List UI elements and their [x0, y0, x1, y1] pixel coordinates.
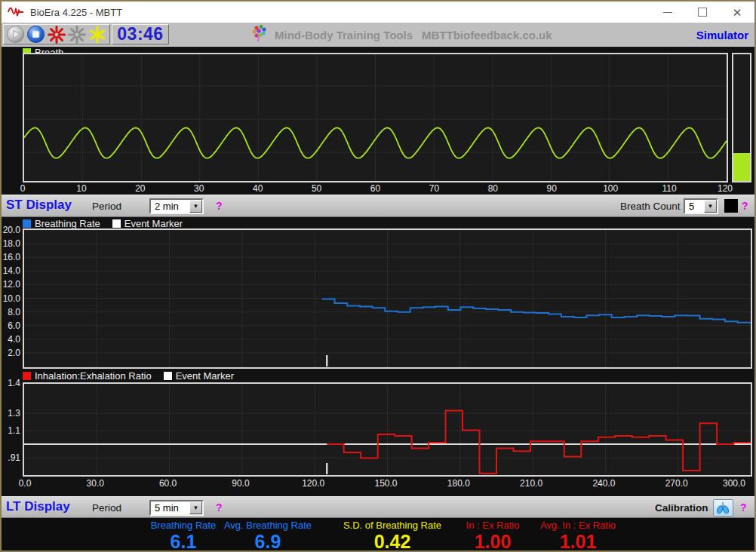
- tick-label: 120: [709, 183, 741, 194]
- stat-avg-in-ex-ratio: Avg. In : Ex Ratio1.01: [506, 520, 650, 552]
- lt-period-value: 5 min: [151, 501, 189, 514]
- tick-label: 80: [477, 183, 509, 194]
- tick-label: 1.3: [0, 408, 20, 419]
- play-icon: [6, 25, 25, 44]
- tick-label: 30.0: [79, 478, 111, 489]
- transport-button-group: [3, 24, 110, 44]
- tick-label: 18.0: [0, 238, 20, 249]
- bioera-logo-icon: [8, 5, 24, 19]
- tick-label: 4.0: [0, 334, 20, 345]
- lt-period-label: Period: [92, 502, 121, 514]
- event-marker-legend-label: Event Marker: [176, 370, 234, 382]
- breathing-rate-panel: Breathing Rate Event Marker 20.018.016.0…: [0, 217, 756, 370]
- breath-count-help[interactable]: ?: [742, 200, 748, 212]
- tick-label: 150.0: [370, 478, 402, 489]
- tick-label: 16.0: [0, 252, 20, 262]
- title-bar: BioEra 4.225 - MBTT ✕: [2, 2, 754, 23]
- breathing-rate-legend-label: Breathing Rate: [35, 218, 100, 229]
- stat-label: Avg. Breathing Rate: [196, 520, 340, 531]
- breathing-rate-legend: Breathing Rate Event Marker: [23, 218, 195, 228]
- st-period-help[interactable]: ?: [216, 200, 223, 212]
- tick-label: 240.0: [588, 478, 619, 489]
- st-period-label: Period: [92, 201, 121, 212]
- stat-value: 6.9: [196, 531, 340, 552]
- tick-label: 12.0: [0, 279, 20, 290]
- stat-label: Avg. In : Ex Ratio: [506, 520, 650, 531]
- tick-label: 70: [418, 183, 450, 194]
- lungs-icon: [716, 501, 731, 514]
- st-display-bar: ST Display Period 2 min ▼ ? Breath Count…: [0, 195, 756, 217]
- lt-period-help[interactable]: ?: [216, 501, 223, 514]
- play-button[interactable]: [5, 25, 26, 44]
- tick-label: 300.0: [718, 478, 750, 489]
- lt-period-select[interactable]: 5 min ▼: [149, 500, 204, 516]
- breathing-rate-legend-swatch: [23, 219, 31, 228]
- breathing-rate-plot: [23, 228, 752, 369]
- breath-count-label: Breath Count: [620, 201, 681, 212]
- tick-label: 30: [183, 183, 215, 194]
- breath-meter-fill: [733, 153, 750, 181]
- tick-label: 1.4: [0, 378, 20, 388]
- ie-ratio-legend-swatch: [23, 372, 31, 380]
- statistics-row: Breathing Rate6.1Avg. Breathing Rate6.9S…: [0, 518, 756, 552]
- tick-label: 10: [66, 183, 97, 194]
- calibration-button[interactable]: [713, 499, 733, 517]
- breath-waveform-plot: [23, 53, 728, 182]
- ie-ratio-legend: Inhalation:Exhalation Ratio Event Marker: [23, 370, 246, 381]
- marker-color-swatch[interactable]: [724, 199, 738, 213]
- ie-ratio-plot: [23, 382, 752, 477]
- stat-value: 1.01: [506, 531, 650, 552]
- maximize-button[interactable]: [685, 2, 720, 23]
- st-display-title: ST Display: [6, 198, 72, 213]
- asterisk-yellow-icon: [88, 26, 106, 44]
- tick-label: 120.0: [297, 478, 329, 489]
- stop-icon: [26, 25, 45, 44]
- maximize-icon: [698, 8, 707, 17]
- tick-label: 0.0: [9, 478, 41, 489]
- breath-count-select[interactable]: 5 ▼: [684, 198, 718, 214]
- brand-url: MBTTbiofeedback.co.uk: [422, 29, 552, 41]
- stat-avg-breathing-rate: Avg. Breathing Rate6.9: [196, 520, 340, 552]
- event-marker-button[interactable]: [87, 25, 107, 44]
- tick-label: 10.0: [0, 293, 20, 304]
- st-period-select[interactable]: 2 min ▼: [149, 198, 204, 214]
- event-marker-legend-swatch: [164, 372, 172, 380]
- tick-label: 60.0: [152, 478, 184, 489]
- close-button[interactable]: ✕: [720, 2, 754, 23]
- ie-ratio-panel: Inhalation:Exhalation Ratio Event Marker…: [0, 370, 756, 496]
- chevron-down-icon[interactable]: ▼: [189, 501, 202, 514]
- breath-level-meter: [732, 53, 751, 182]
- snowflake-red-icon: [48, 26, 66, 44]
- simulator-mode-label: Simulator: [696, 23, 748, 47]
- tick-label: 20: [124, 183, 156, 194]
- snowflake-gray-icon: [68, 26, 86, 44]
- tick-label: 50: [301, 183, 333, 194]
- session-timer: 03:46: [112, 24, 169, 44]
- calibration-help[interactable]: ?: [740, 501, 747, 514]
- tick-label: 40: [242, 183, 274, 194]
- brand-name: Mind-Body Training Tools: [275, 29, 413, 41]
- freeze-red-button[interactable]: [46, 25, 66, 44]
- tick-label: 60: [360, 183, 392, 194]
- timer-value: 03:46: [117, 24, 163, 44]
- tick-label: 100: [595, 183, 626, 194]
- tick-label: 90.0: [225, 478, 257, 489]
- tick-label: 2.0: [0, 348, 20, 358]
- stop-button[interactable]: [26, 25, 46, 44]
- tick-label: 90: [536, 183, 567, 194]
- event-marker-legend-label: Event Marker: [124, 218, 183, 229]
- freeze-gray-button[interactable]: [66, 25, 87, 44]
- event-marker-legend-swatch: [112, 219, 121, 228]
- tick-label: 14.0: [0, 265, 20, 276]
- tick-label: 270.0: [661, 478, 693, 489]
- tick-label: 8.0: [0, 307, 20, 317]
- tick-label: .91: [0, 452, 20, 463]
- breath-count-value: 5: [685, 200, 704, 213]
- tick-label: 210.0: [515, 478, 547, 489]
- tick-label: 1.1: [0, 425, 20, 436]
- window-title: BioEra 4.225 - MBTT: [30, 7, 122, 18]
- minimize-button[interactable]: [650, 2, 685, 23]
- tick-label: 20.0: [0, 225, 20, 235]
- chevron-down-icon[interactable]: ▼: [189, 200, 202, 213]
- chevron-down-icon[interactable]: ▼: [704, 200, 717, 213]
